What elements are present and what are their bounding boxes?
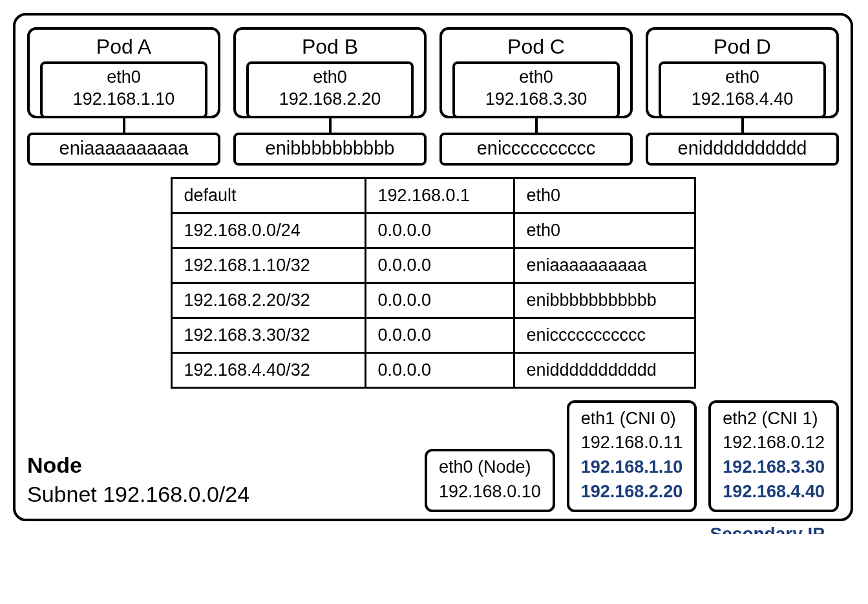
node-label: Node Subnet 192.168.0.0/24	[27, 451, 249, 512]
node-container: Pod A eth0 192.168.1.10 eniaaaaaaaaaa Po…	[13, 13, 853, 521]
table-row: 192.168.1.10/32 0.0.0.0 eniaaaaaaaaaa	[171, 248, 695, 283]
iface-ip: 192.168.0.11	[581, 431, 683, 455]
iface-label: eth2 (CNI 1)	[723, 407, 825, 431]
iface-label: eth1 (CNI 0)	[581, 407, 683, 431]
pod-ip: 192.168.2.20	[254, 89, 406, 111]
bottom-row: Node Subnet 192.168.0.0/24 eth0 (Node) 1…	[27, 400, 839, 512]
route-gw: 0.0.0.0	[365, 318, 514, 352]
iface-ip: 192.168.0.12	[723, 431, 825, 455]
pod-title: Pod D	[656, 35, 829, 59]
route-gw: 0.0.0.0	[365, 248, 514, 283]
secondary-ip: 192.168.3.30	[723, 455, 825, 480]
iface-eth1: eth1 (CNI 0) 192.168.0.11 192.168.1.10 1…	[567, 400, 697, 512]
pod-eth-box: eth0 192.168.4.40	[659, 61, 826, 118]
pod-column: Pod C eth0 192.168.3.30 enicccccccccc	[439, 27, 633, 166]
pod-box-a: Pod A eth0 192.168.1.10	[27, 27, 220, 118]
route-dev: eth0	[514, 213, 695, 248]
route-gw: 0.0.0.0	[365, 213, 514, 248]
pod-box-d: Pod D eth0 192.168.4.40	[646, 27, 839, 118]
route-dev: eth0	[514, 178, 695, 213]
secondary-ip-label: Secondary IP	[710, 524, 825, 534]
route-dest: 192.168.1.10/32	[171, 248, 365, 283]
pod-column: Pod B eth0 192.168.2.20 enibbbbbbbbbb	[233, 27, 427, 166]
iface-eth2: eth2 (CNI 1) 192.168.0.12 192.168.3.30 1…	[708, 400, 839, 512]
route-dev: eniddddddddddd	[514, 352, 695, 387]
pod-title: Pod B	[244, 35, 416, 59]
route-dest: default	[171, 178, 365, 213]
node-title: Node	[27, 453, 82, 477]
pod-ip: 192.168.4.40	[666, 89, 818, 111]
pod-eth-box: eth0 192.168.2.20	[246, 61, 414, 118]
route-dest: 192.168.0.0/24	[171, 213, 365, 248]
eni-box: enibbbbbbbbbb	[233, 133, 427, 166]
route-dest: 192.168.4.40/32	[171, 352, 365, 387]
table-row: 192.168.0.0/24 0.0.0.0 eth0	[171, 213, 695, 248]
pod-iface: eth0	[460, 67, 612, 89]
pod-eth-box: eth0 192.168.1.10	[40, 61, 207, 118]
pod-ip: 192.168.3.30	[460, 89, 612, 111]
pod-iface: eth0	[254, 67, 406, 89]
connector-line	[329, 118, 332, 133]
table-row: 192.168.3.30/32 0.0.0.0 eniccccccccccc	[171, 318, 695, 352]
secondary-ip: 192.168.2.20	[581, 480, 683, 504]
route-dev: eniaaaaaaaaaa	[514, 248, 695, 283]
table-row: default 192.168.0.1 eth0	[171, 178, 695, 213]
secondary-ip: 192.168.1.10	[581, 455, 683, 480]
pods-row: Pod A eth0 192.168.1.10 eniaaaaaaaaaa Po…	[27, 27, 839, 166]
pod-column: Pod D eth0 192.168.4.40 enidddddddddd	[646, 27, 839, 166]
eni-box: enicccccccccc	[439, 133, 633, 166]
pod-title: Pod C	[450, 35, 622, 59]
route-dev: eniccccccccccc	[514, 318, 695, 352]
route-dest: 192.168.2.20/32	[171, 283, 365, 318]
iface-ip: 192.168.0.10	[439, 480, 541, 504]
secondary-ip: 192.168.4.40	[723, 480, 825, 504]
iface-eth0: eth0 (Node) 192.168.0.10	[425, 449, 555, 512]
iface-label: eth0 (Node)	[439, 455, 541, 480]
table-row: 192.168.2.20/32 0.0.0.0 enibbbbbbbbbbb	[171, 283, 695, 318]
route-dest: 192.168.3.30/32	[171, 318, 365, 352]
route-dev: enibbbbbbbbbbb	[514, 283, 695, 318]
eni-box: enidddddddddd	[646, 133, 839, 166]
route-gw: 192.168.0.1	[365, 178, 514, 213]
pod-ip: 192.168.1.10	[48, 89, 200, 111]
route-gw: 0.0.0.0	[365, 352, 514, 387]
route-gw: 0.0.0.0	[365, 283, 514, 318]
pod-title: Pod A	[37, 35, 210, 59]
pod-iface: eth0	[666, 67, 818, 89]
pod-box-b: Pod B eth0 192.168.2.20	[233, 27, 427, 118]
pod-column: Pod A eth0 192.168.1.10 eniaaaaaaaaaa	[27, 27, 220, 166]
pod-eth-box: eth0 192.168.3.30	[452, 61, 620, 118]
pod-iface: eth0	[48, 67, 200, 89]
pod-box-c: Pod C eth0 192.168.3.30	[439, 27, 633, 118]
connector-line	[535, 118, 538, 133]
node-subnet: Subnet 192.168.0.0/24	[27, 482, 249, 506]
eni-box: eniaaaaaaaaaa	[27, 133, 220, 166]
connector-line	[123, 118, 125, 133]
route-table: default 192.168.0.1 eth0 192.168.0.0/24 …	[171, 177, 696, 389]
table-row: 192.168.4.40/32 0.0.0.0 eniddddddddddd	[171, 352, 695, 387]
connector-line	[741, 118, 744, 133]
